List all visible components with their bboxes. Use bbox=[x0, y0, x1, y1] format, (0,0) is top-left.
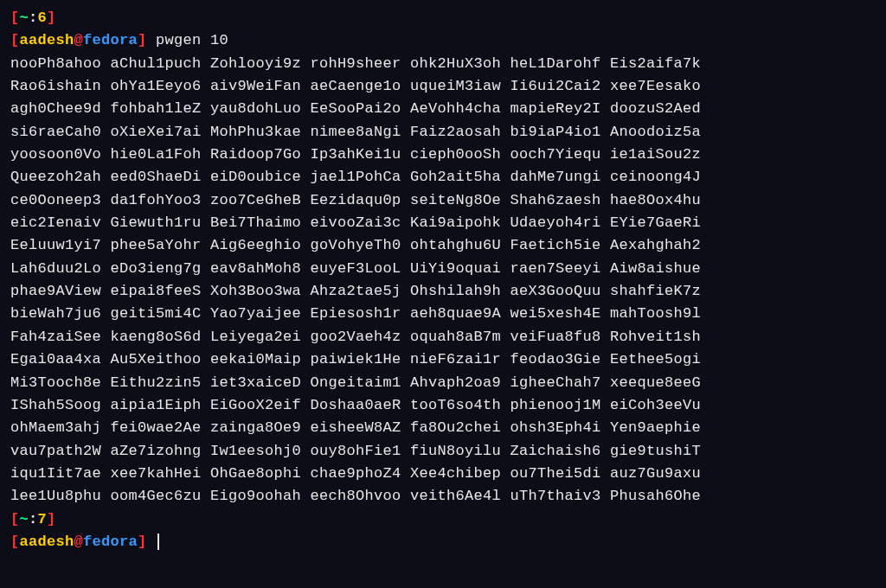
output-row: yoosoon0Vo hie0La1Foh Raidoop7Go Ip3ahKe… bbox=[10, 144, 876, 166]
output-row: lee1Uu8phu oom4Gec6zu Eigo9oohah eech8Oh… bbox=[10, 485, 876, 508]
output-row: vau7path2W aZe7izohng Iw1eesohj0 ouy8ohF… bbox=[10, 440, 876, 463]
output-row: eic2Ienaiv Giewuth1ru Bei7Thaimo eivooZa… bbox=[10, 212, 876, 234]
output-row: bieWah7ju6 geiti5mi4C Yao7yaijee Epiesos… bbox=[10, 303, 876, 325]
output-row: Queezoh2ah eed0ShaeDi eiD0oubice jael1Po… bbox=[10, 166, 876, 189]
output-row: iqu1Iit7ae xee7kahHei OhGae8ophi chae9ph… bbox=[10, 463, 876, 485]
prompt-line-command[interactable]: [aadesh@fedora] pwgen 10 bbox=[10, 29, 876, 52]
command-text: pwgen 10 bbox=[156, 32, 228, 48]
output-row: IShah5Soog aipia1Eiph EiGooX2eif Doshaa0… bbox=[10, 394, 876, 417]
prompt-line-path: [~:6] bbox=[10, 7, 876, 29]
output-row: ce0Ooneep3 da1fohYoo3 zoo7CeGheB Eezidaq… bbox=[10, 189, 876, 212]
output-row: Eeluuw1yi7 phee5aYohr Aig6eeghio goVohye… bbox=[10, 234, 876, 257]
output-row: nooPh8ahoo aChul1puch Zohlooyi9z rohH9sh… bbox=[10, 53, 876, 75]
prompt-line-current[interactable]: [aadesh@fedora] bbox=[10, 531, 876, 553]
cursor bbox=[157, 534, 159, 550]
output-row: agh0Chee9d fohbah1leZ yau8dohLuo EeSooPa… bbox=[10, 98, 876, 120]
prompt-line-path: [~:7] bbox=[10, 508, 876, 531]
output-block: nooPh8ahoo aChul1puch Zohlooyi9z rohH9sh… bbox=[10, 53, 876, 508]
output-row: Fah4zaiSee kaeng8oS6d Leiyega2ei goo2Vae… bbox=[10, 326, 876, 348]
output-row: Lah6duu2Lo eDo3ieng7g eav8ahMoh8 euyeF3L… bbox=[10, 258, 876, 280]
output-row: Egai0aa4xa Au5Xeithoo eekai0Maip paiwiek… bbox=[10, 348, 876, 371]
output-row: phae9AView eipai8feeS Xoh3Boo3wa Ahza2ta… bbox=[10, 280, 876, 303]
output-row: ohMaem3ahj fei0wae2Ae zainga8Oe9 eisheeW… bbox=[10, 417, 876, 439]
output-row: si6raeCah0 oXieXei7ai MohPhu3kae nimee8a… bbox=[10, 121, 876, 144]
output-row: Rao6ishain ohYa1Eeyo6 aiv9WeiFan aeCaeng… bbox=[10, 75, 876, 98]
output-row: Mi3Tooch8e Eithu2zin5 iet3xaiceD Ongeita… bbox=[10, 372, 876, 394]
